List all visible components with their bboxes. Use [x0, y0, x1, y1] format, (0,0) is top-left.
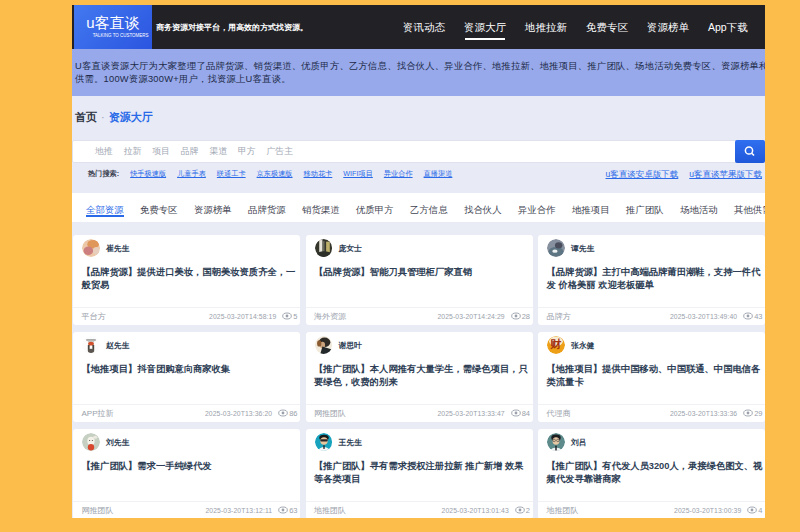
svg-text:财: 财 — [549, 338, 561, 350]
